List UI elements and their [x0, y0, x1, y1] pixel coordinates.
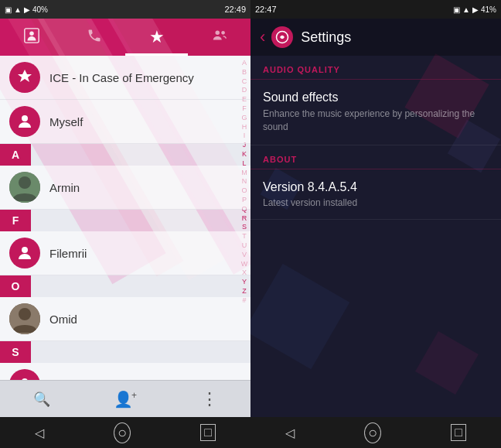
- version-subtitle: Latest version installed: [263, 197, 489, 208]
- more-icon: ⋮: [201, 389, 216, 409]
- avatar: [9, 303, 40, 334]
- settings-header: ‹ Settings: [250, 19, 501, 56]
- version-item[interactable]: Version 8.4.A.5.4 Latest version install…: [250, 169, 501, 220]
- settings-content: AUDIO QUALITY Sound effects Enhance the …: [250, 56, 501, 417]
- avatar: [9, 106, 40, 137]
- right-signal-bars: ▶: [472, 5, 479, 14]
- add-contact-button[interactable]: 👤+: [84, 381, 167, 417]
- settings-title: Settings: [301, 29, 351, 46]
- svg-point-2: [215, 30, 220, 35]
- groups-tab-icon: [211, 27, 228, 48]
- contacts-toolbar: 🔍 👤+ ⋮: [0, 380, 250, 417]
- right-time: 22:47: [255, 5, 277, 14]
- back-button[interactable]: ‹: [260, 27, 265, 47]
- svg-point-6: [19, 176, 31, 189]
- section-header-a: A: [0, 144, 31, 166]
- list-item[interactable]: Armin: [0, 166, 250, 210]
- right-recent-nav-button[interactable]: □: [451, 424, 466, 441]
- svg-point-9: [19, 308, 31, 320]
- right-nav-bar: ◁ ○ □: [250, 417, 501, 448]
- battery-percent: 40%: [32, 5, 48, 14]
- tab-contacts[interactable]: [0, 19, 63, 56]
- settings-panel: ‹ Settings AUDIO QUALITY Sound effects E…: [250, 19, 501, 417]
- phone-tab-icon: [87, 28, 102, 47]
- signal-icon: ▶: [24, 5, 30, 14]
- more-options-button[interactable]: ⋮: [167, 381, 250, 417]
- audio-quality-section-label: AUDIO QUALITY: [250, 56, 501, 80]
- contacts-tab-icon: [23, 27, 40, 48]
- tab-bar: ★: [0, 19, 250, 56]
- section-header-f: F: [0, 210, 31, 231]
- back-nav-button[interactable]: ◁: [35, 426, 44, 440]
- version-title: Version 8.4.A.5.4: [263, 180, 489, 194]
- svg-point-4: [22, 115, 28, 121]
- tab-phone[interactable]: [63, 19, 125, 56]
- right-status-icons: ▣ ▲ ▶ 41%: [453, 5, 496, 14]
- svg-point-7: [22, 247, 28, 253]
- left-nav-bar: ◁ ○ □: [0, 417, 250, 448]
- tab-groups[interactable]: [188, 19, 250, 56]
- contact-name: Myself: [49, 115, 83, 128]
- svg-point-3: [221, 31, 225, 35]
- list-item[interactable]: ICE - In Case of Emergency: [0, 56, 250, 100]
- avatar: [9, 238, 40, 268]
- list-item[interactable]: Myself: [0, 100, 250, 144]
- svg-point-1: [29, 31, 34, 36]
- tab-favorites[interactable]: ★: [125, 19, 188, 56]
- sound-effects-title: Sound effects: [263, 91, 489, 104]
- section-header-o: O: [0, 275, 31, 297]
- sim-icon: ▣: [5, 5, 12, 14]
- nav-bars: ◁ ○ □ ◁ ○ □: [0, 417, 501, 448]
- list-item[interactable]: Filemrii: [0, 231, 250, 275]
- left-status-icons: ▣ ▲ ▶ 40%: [5, 5, 48, 14]
- sound-effects-desc: Enhance the music experience by personal…: [263, 108, 489, 134]
- contacts-list[interactable]: ICE - In Case of Emergency Myself A: [0, 56, 250, 380]
- recent-nav-button[interactable]: □: [200, 424, 216, 441]
- app-logo: [271, 26, 293, 48]
- right-wifi-icon: ▲: [462, 5, 470, 14]
- home-nav-button[interactable]: ○: [114, 422, 131, 443]
- svg-point-10: [22, 378, 28, 380]
- avatar: [9, 369, 40, 380]
- list-item[interactable]: Omid: [0, 297, 250, 341]
- right-back-nav-button[interactable]: ◁: [285, 426, 295, 440]
- right-home-nav-button[interactable]: ○: [364, 422, 381, 443]
- avatar: [9, 172, 40, 203]
- right-signal-icon: ▣: [453, 5, 460, 14]
- sound-effects-item[interactable]: Sound effects Enhance the music experien…: [250, 80, 501, 145]
- add-contact-icon: 👤+: [114, 390, 137, 409]
- contact-name: ICE - In Case of Emergency: [49, 71, 194, 84]
- search-icon: 🔍: [33, 391, 50, 408]
- status-bars: ▣ ▲ ▶ 40% 22:49 22:47 ▣ ▲ ▶ 41%: [0, 0, 501, 19]
- contact-name: SKY.BL: [49, 378, 89, 381]
- left-time: 22:49: [224, 5, 246, 14]
- contacts-panel: ★: [0, 19, 250, 417]
- main-content: ★: [0, 19, 501, 417]
- about-section-label: ABOUT: [250, 145, 501, 169]
- wifi-icon: ▲: [14, 5, 22, 14]
- search-button[interactable]: 🔍: [0, 381, 84, 417]
- right-status-bar: 22:47 ▣ ▲ ▶ 41%: [250, 0, 501, 19]
- left-status-bar: ▣ ▲ ▶ 40% 22:49: [0, 0, 250, 19]
- section-header-s: S: [0, 341, 31, 363]
- avatar: [9, 62, 40, 93]
- favorites-tab-icon: ★: [149, 27, 165, 47]
- right-battery-percent: 41%: [481, 5, 496, 14]
- contact-name: Filemrii: [49, 247, 87, 260]
- contact-name: Omid: [49, 313, 77, 326]
- list-item[interactable]: SKY.BL: [0, 363, 250, 380]
- contact-name: Armin: [49, 181, 80, 194]
